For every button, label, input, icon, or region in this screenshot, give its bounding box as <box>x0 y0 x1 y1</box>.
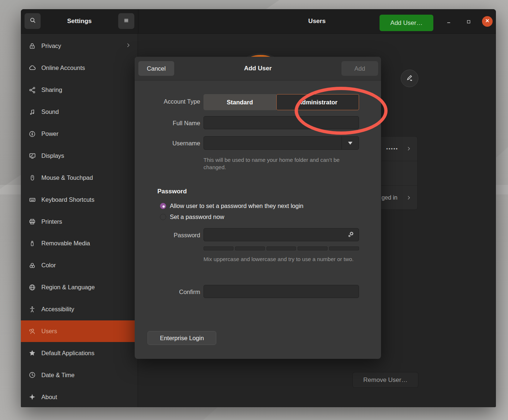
sidebar-item-privacy[interactable]: Privacy <box>21 35 138 57</box>
sidebar-item-power[interactable]: Power <box>21 123 138 145</box>
enterprise-login-button[interactable]: Enterprise Login <box>147 331 216 345</box>
username-hint: This will be used to name your home fold… <box>203 156 352 171</box>
strength-segment <box>298 246 328 250</box>
add-button[interactable]: Add <box>341 61 378 76</box>
radio-next-login[interactable]: Allow user to set a password when they n… <box>160 202 303 209</box>
password-section-heading: Password <box>157 188 187 195</box>
sidebar-item-keyboard-shortcuts[interactable]: Keyboard Shortcuts <box>21 189 138 211</box>
sparkle-icon <box>28 393 36 401</box>
generate-password-button[interactable] <box>346 230 356 240</box>
sidebar-item-label: Printers <box>41 218 131 225</box>
sidebar-item-label: Region & Language <box>41 284 131 291</box>
star-icon <box>28 349 36 357</box>
radio-set-password-now[interactable]: Set a password now <box>160 213 224 220</box>
usb-icon <box>28 239 36 248</box>
sidebar-item-label: Mouse & Touchpad <box>41 174 131 181</box>
sidebar-item-label: Sharing <box>41 86 131 93</box>
sidebar-item-date-time[interactable]: Date & Time <box>21 364 138 386</box>
sidebar-item-about[interactable]: About <box>21 386 138 407</box>
sidebar-item-default-applications[interactable]: Default Applications <box>21 342 138 364</box>
sidebar-item-sound[interactable]: Sound <box>21 101 138 123</box>
sidebar-item-sharing[interactable]: Sharing <box>21 79 138 101</box>
gear-icon <box>347 231 355 239</box>
radio-next-login-label: Allow user to set a password when they n… <box>170 202 303 209</box>
maximize-button[interactable] <box>465 18 472 25</box>
sidebar-item-label: Displays <box>41 152 131 159</box>
sidebar-item-label: Date & Time <box>41 372 131 379</box>
cloud-icon <box>28 64 36 72</box>
clock-icon <box>28 371 36 379</box>
chevron-right-icon <box>406 146 411 152</box>
confirm-input[interactable] <box>203 285 359 298</box>
logged-in-text: ged in <box>381 194 397 201</box>
full-name-label: Full Name <box>135 120 200 127</box>
pencil-icon <box>406 74 413 83</box>
mouse-icon <box>28 174 36 182</box>
chevron-down-icon <box>348 142 352 145</box>
sidebar-item-online-accounts[interactable]: Online Accounts <box>21 57 138 79</box>
hamburger-icon <box>123 17 130 25</box>
strength-segment <box>266 246 296 250</box>
sidebar-item-label: Default Applications <box>41 350 131 357</box>
account-type-label: Account Type <box>135 98 200 105</box>
minimize-button[interactable] <box>445 18 452 25</box>
page-title: Users <box>138 9 496 33</box>
sidebar-item-label: Color <box>41 262 131 269</box>
remove-user-button[interactable]: Remove User… <box>352 372 418 388</box>
radio-set-now-label: Set a password now <box>170 213 224 220</box>
sidebar-item-displays[interactable]: Displays <box>21 145 138 167</box>
username-dropdown-button[interactable] <box>341 137 359 149</box>
sidebar: Privacy Online Accounts Sharing Sound Po… <box>21 34 138 407</box>
sidebar-item-label: Users <box>41 328 131 335</box>
screen: ••••• ged in Remove User… <box>0 0 508 420</box>
username-input[interactable] <box>203 136 359 150</box>
radio-unselected-icon <box>160 214 166 220</box>
sidebar-item-mouse-touchpad[interactable]: Mouse & Touchpad <box>21 167 138 189</box>
chevron-right-icon <box>406 195 411 201</box>
sidebar-item-label: Power <box>41 130 131 137</box>
share-icon <box>28 86 36 94</box>
close-button[interactable] <box>482 16 493 27</box>
sidebar-item-users[interactable]: Users <box>21 320 138 342</box>
password-label: Password <box>135 232 200 239</box>
sidebar-item-label: Online Accounts <box>41 64 131 71</box>
sidebar-item-label: Sound <box>41 108 131 115</box>
password-strength-meter <box>203 246 359 250</box>
chevron-right-icon <box>126 42 131 50</box>
edit-avatar-button[interactable] <box>401 70 418 87</box>
close-icon <box>485 18 490 25</box>
strength-segment <box>203 246 234 250</box>
settings-window: ••••• ged in Remove User… <box>21 9 496 407</box>
annotation-ellipse <box>295 87 388 135</box>
sidebar-item-label: Keyboard Shortcuts <box>41 196 131 203</box>
password-input[interactable] <box>203 228 359 241</box>
radio-selected-icon <box>160 203 166 209</box>
music-note-icon <box>28 108 36 116</box>
sidebar-item-label: About <box>41 394 131 401</box>
sidebar-item-removable-media[interactable]: Removable Media <box>21 233 138 254</box>
sidebar-item-label: Accessibility <box>41 306 131 313</box>
lock-icon <box>28 42 36 50</box>
strength-segment <box>235 246 265 250</box>
username-label: Username <box>135 140 200 147</box>
password-dots: ••••• <box>386 146 398 152</box>
display-icon <box>28 152 36 160</box>
cancel-button[interactable]: Cancel <box>138 61 174 76</box>
accessibility-icon <box>28 305 36 313</box>
sidebar-item-label: Privacy <box>41 42 126 49</box>
headerbar: Settings Users Add User… <box>21 9 496 34</box>
sidebar-item-color[interactable]: Color <box>21 254 138 276</box>
sidebar-item-label: Removable Media <box>41 240 131 247</box>
add-user-button[interactable]: Add User… <box>380 15 433 31</box>
color-icon <box>28 261 36 270</box>
globe-icon <box>28 283 36 291</box>
users-icon <box>28 327 36 335</box>
strength-segment <box>329 246 359 250</box>
sidebar-item-accessibility[interactable]: Accessibility <box>21 298 138 320</box>
sidebar-item-region-language[interactable]: Region & Language <box>21 276 138 298</box>
power-icon <box>28 130 36 138</box>
account-type-standard-button[interactable]: Standard <box>203 94 276 110</box>
menu-button[interactable] <box>118 13 134 29</box>
sidebar-item-printers[interactable]: Printers <box>21 211 138 233</box>
printer-icon <box>28 218 36 226</box>
